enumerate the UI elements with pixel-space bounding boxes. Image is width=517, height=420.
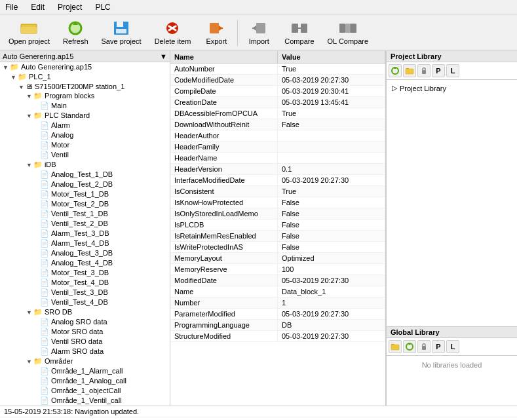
- tree-item[interactable]: ▼📁Områder: [0, 356, 170, 366]
- tree-collapse-icon[interactable]: ▼: [160, 52, 167, 60]
- table-row[interactable]: InterfaceModifiedDate 05-03-2019 20:27:3…: [170, 175, 385, 186]
- tree-item[interactable]: ▼🖥S71500/ET200MP station_1: [0, 82, 170, 91]
- tree-item[interactable]: ▶📄Motor: [0, 140, 170, 150]
- tree-item[interactable]: ▶📄Analog_Test_4_DB: [0, 258, 170, 268]
- lib-folder-btn[interactable]: [403, 64, 416, 77]
- table-row[interactable]: Number 1: [170, 297, 385, 309]
- tree-item[interactable]: ▶📄Område_1_Ventil_call: [0, 396, 170, 406]
- compare-button[interactable]: Compare: [278, 17, 320, 48]
- prop-name-cell: IsRetainMemResEnabled: [170, 231, 278, 241]
- table-row[interactable]: ProgrammingLanguage DB: [170, 320, 385, 331]
- lib-l-btn[interactable]: L: [446, 64, 459, 77]
- table-row[interactable]: ModifiedDate 05-03-2019 20:27:30: [170, 275, 385, 286]
- tree-item[interactable]: ▼📁iDB: [0, 160, 170, 170]
- tree-item[interactable]: ▶📄Alarm_Test_3_DB: [0, 229, 170, 239]
- ol-compare-button[interactable]: OL Compare: [322, 17, 375, 48]
- lib-p-btn[interactable]: P: [432, 64, 445, 77]
- tree-item[interactable]: ▶📄Alarm: [0, 121, 170, 130]
- prop-name-cell: Name: [170, 286, 278, 297]
- tree-item[interactable]: ▶📄Ventil SRO data: [0, 337, 170, 347]
- table-row[interactable]: IsWriteProtectedInAS False: [170, 242, 385, 253]
- table-row[interactable]: MemoryLayout Optimized: [170, 253, 385, 264]
- global-lib-l-btn[interactable]: L: [446, 340, 459, 353]
- project-library-item[interactable]: ▷ Project Library: [389, 83, 514, 94]
- tree-item[interactable]: ▶📄Område_1_objectCall: [0, 386, 170, 396]
- tree-item[interactable]: ▶📄Ventil_Test_4_DB: [0, 297, 170, 307]
- lib-lock-btn[interactable]: [417, 64, 431, 77]
- table-row[interactable]: MemoryReserve 100: [170, 264, 385, 275]
- list-item[interactable]: 15-05-2019 21:53:15: Deleted item: [0, 417, 517, 420]
- delete-item-button[interactable]: Delete item: [149, 17, 197, 48]
- tree-item[interactable]: ▶📄Alarm_Test_4_DB: [0, 239, 170, 248]
- table-row[interactable]: IsRetainMemResEnabled False: [170, 231, 385, 242]
- export-button[interactable]: Export: [198, 17, 235, 48]
- table-row[interactable]: CreationDate 05-03-2019 13:45:41: [170, 97, 385, 108]
- tree-item[interactable]: ▶📄Område_1_Alarm_call: [0, 366, 170, 376]
- table-row[interactable]: CompileDate 05-03-2019 20:30:41: [170, 86, 385, 97]
- tree-item[interactable]: ▶📄Analog_Test_3_DB: [0, 248, 170, 258]
- svg-rect-9: [116, 29, 126, 33]
- table-row[interactable]: ParameterModified 05-03-2019 20:27:30: [170, 309, 385, 320]
- table-row[interactable]: IsKnowHowProtected False: [170, 197, 385, 208]
- tree-item[interactable]: ▶📄Ventil_Test_2_DB: [0, 219, 170, 229]
- tree-item[interactable]: ▶📄Motor SRO data: [0, 327, 170, 337]
- global-lib-lock-btn[interactable]: [417, 340, 431, 353]
- table-row[interactable]: HeaderVersion 0.1: [170, 164, 385, 175]
- prop-value-cell: True: [278, 186, 385, 197]
- export-icon: [207, 20, 225, 36]
- save-project-button[interactable]: Save project: [96, 17, 147, 48]
- list-item[interactable]: 15-05-2019 21:53:18: Navigation updated.: [0, 406, 517, 417]
- prop-value-cell: False: [278, 208, 385, 219]
- tree-item[interactable]: ▼📁SRO DB: [0, 307, 170, 317]
- tree-item[interactable]: ▶📄Analog_Test_1_DB: [0, 170, 170, 180]
- tree-item[interactable]: ▶📄Område_1_Analog_call: [0, 376, 170, 386]
- export-label: Export: [206, 37, 227, 45]
- prop-value-cell: 1: [278, 297, 385, 308]
- tree-item[interactable]: ▶📄Analog: [0, 130, 170, 140]
- tree-item[interactable]: ▶📄Ventil_Test_3_DB: [0, 288, 170, 297]
- tree-item[interactable]: ▶📄Main: [0, 101, 170, 111]
- table-row[interactable]: AutoNumber True: [170, 64, 385, 75]
- tree-item[interactable]: ▼📁Auto Generering.ap15: [0, 62, 170, 72]
- menu-file[interactable]: File: [3, 1, 20, 13]
- refresh-button[interactable]: Refresh: [57, 17, 94, 48]
- menu-plc[interactable]: PLC: [92, 1, 113, 13]
- tree-item[interactable]: ▶📄Analog_Test_2_DB: [0, 180, 170, 189]
- table-row[interactable]: DBAcessibleFromOPCUA True: [170, 108, 385, 119]
- tree-item[interactable]: ▶📄Alarm SRO data: [0, 347, 170, 356]
- table-row[interactable]: HeaderName: [170, 153, 385, 164]
- prop-value-cell: True: [278, 108, 385, 119]
- tree-item[interactable]: ▼📁PLC_1: [0, 72, 170, 82]
- table-row[interactable]: Name Data_block_1: [170, 286, 385, 297]
- menu-edit[interactable]: Edit: [28, 1, 47, 13]
- table-row[interactable]: StructureModified 05-03-2019 20:27:30: [170, 331, 385, 342]
- global-lib-p-btn[interactable]: P: [432, 340, 445, 353]
- global-lib-folder-btn[interactable]: [389, 340, 402, 353]
- table-row[interactable]: DownloadWithoutReinit False: [170, 119, 385, 130]
- svg-rect-25: [406, 69, 413, 74]
- table-row[interactable]: CodeModifiedDate 05-03-2019 20:27:30: [170, 75, 385, 86]
- global-library-title: Global Library: [391, 328, 440, 336]
- table-row[interactable]: HeaderAuthor: [170, 130, 385, 142]
- tree-item[interactable]: ▶📄Motor_Test_4_DB: [0, 278, 170, 288]
- prop-name-cell: CodeModifiedDate: [170, 75, 278, 85]
- table-row[interactable]: IsConsistent True: [170, 186, 385, 197]
- tree-item[interactable]: ▼📁PLC Standard: [0, 111, 170, 121]
- props-table[interactable]: AutoNumber True CodeModifiedDate 05-03-2…: [170, 64, 385, 406]
- table-row[interactable]: IsOnlyStoredInLoadMemo False: [170, 208, 385, 220]
- tree-header: Auto Generering.ap15 ▼: [0, 51, 170, 62]
- table-row[interactable]: IsPLCDB False: [170, 220, 385, 231]
- tree-item[interactable]: ▶📄Ventil: [0, 150, 170, 160]
- lib-refresh-btn[interactable]: [389, 64, 402, 77]
- open-project-button[interactable]: Open project: [3, 17, 56, 48]
- table-row[interactable]: HeaderFamily: [170, 142, 385, 153]
- tree-item[interactable]: ▶📄Motor_Test_3_DB: [0, 268, 170, 278]
- tree-item[interactable]: ▼📁Program blocks: [0, 91, 170, 101]
- tree-item[interactable]: ▶📄Analog SRO data: [0, 317, 170, 327]
- menu-project[interactable]: Project: [55, 1, 85, 13]
- tree-item[interactable]: ▶📄Ventil_Test_1_DB: [0, 209, 170, 219]
- global-lib-refresh-btn[interactable]: [403, 340, 416, 353]
- tree-item[interactable]: ▶📄Motor_Test_1_DB: [0, 189, 170, 199]
- tree-item[interactable]: ▶📄Motor_Test_2_DB: [0, 199, 170, 209]
- import-button[interactable]: Import: [240, 17, 277, 48]
